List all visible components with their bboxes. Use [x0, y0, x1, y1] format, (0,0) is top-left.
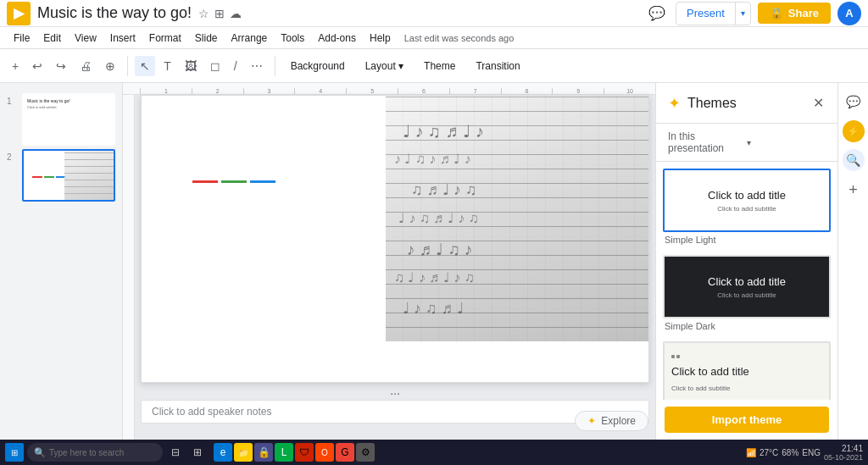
- taskbar-date: 05-10-2021: [824, 453, 863, 462]
- taskbar-google-icon[interactable]: G: [336, 443, 354, 462]
- taskbar-lock-icon[interactable]: 🔒: [254, 443, 273, 462]
- main-area: 1 Music is the way to go! Click to add s…: [0, 83, 868, 440]
- slide-canvas[interactable]: ♩ ♪ ♫ ♬ ♩ ♪ ♪ ♩ ♫ ♪ ♬ ♩ ♪ ♫ ♬ ♩ ♪ ♫ ♩ ♪ …: [141, 95, 649, 383]
- themes-close-btn[interactable]: ✕: [811, 93, 826, 113]
- toolbar-cursor-btn[interactable]: ↖: [135, 56, 155, 76]
- toolbar-zoom-btn[interactable]: ⊕: [100, 56, 120, 76]
- present-main[interactable]: Present: [676, 2, 735, 25]
- menu-bar: File Edit View Insert Format Slide Arran…: [0, 27, 868, 49]
- color-bar-red: [192, 180, 218, 183]
- toolbar-image-btn[interactable]: 🖼: [180, 56, 202, 76]
- menu-edit[interactable]: Edit: [36, 29, 68, 47]
- slide-thumb-2[interactable]: 2: [7, 149, 115, 202]
- toolbar-undo-btn[interactable]: ↩: [27, 56, 47, 76]
- taskbar-antivirus-icon[interactable]: 🛡: [295, 443, 314, 462]
- present-arrow[interactable]: ▾: [735, 2, 750, 25]
- toolbar-layout-btn[interactable]: Layout ▾: [357, 57, 412, 75]
- toolbar-add-btn[interactable]: +: [7, 56, 24, 76]
- sidebar-add-btn[interactable]: +: [842, 178, 865, 202]
- toolbar-background-btn[interactable]: Background: [282, 57, 353, 75]
- taskbar-search-box: 🔍: [27, 443, 163, 462]
- slide-editor: 1 2 3 4 5 6 7 8 9 10: [123, 83, 655, 440]
- color-bar-green: [221, 180, 247, 183]
- taskbar-edge-icon[interactable]: e: [214, 443, 232, 462]
- toolbar-transition-btn[interactable]: Transition: [467, 57, 528, 75]
- speaker-notes[interactable]: Click to add speaker notes: [141, 400, 649, 423]
- explore-button[interactable]: ✦ Explore: [575, 411, 648, 431]
- import-theme-button[interactable]: Import theme: [665, 407, 829, 433]
- menu-tools[interactable]: Tools: [274, 29, 311, 47]
- theme-label-simple-light: Simple Light: [663, 235, 831, 245]
- title-bar: ▶ Music is the way to go! ☆ ⊞ ☁ 💬 Presen…: [0, 0, 868, 27]
- toolbar-sep-2: [275, 56, 275, 76]
- avatar[interactable]: A: [837, 2, 861, 25]
- taskbar-clock[interactable]: 21:41 05-10-2021: [824, 444, 863, 462]
- menu-insert[interactable]: Insert: [103, 29, 142, 47]
- themes-panel: ✦ Themes ✕ In this presentation ▾ Click …: [655, 83, 837, 440]
- toolbar-line-btn[interactable]: /: [229, 56, 242, 76]
- toolbar-text-btn[interactable]: T: [159, 56, 176, 76]
- menu-arrange[interactable]: Arrange: [225, 29, 275, 47]
- slide-thumb-1[interactable]: 1 Music is the way to go! Click to add s…: [7, 93, 115, 146]
- taskbar: ⊞ 🔍 ⊟ ⊞ e 📁 🔒 L 🛡 O G ⚙ 📶 27°C 68% ENG 2…: [0, 440, 868, 465]
- thumb-subtitle-1: Click to add subtitle: [27, 105, 110, 109]
- sidebar-ai-btn[interactable]: ⚡: [843, 120, 865, 142]
- toolbar-print-btn[interactable]: 🖨: [75, 56, 97, 76]
- taskbar-grid[interactable]: ⊞: [188, 443, 207, 462]
- theme-simple-light[interactable]: Click to add title Click to add subtitle…: [663, 169, 831, 245]
- toolbar-more-btn[interactable]: ⋯: [246, 56, 268, 76]
- thumb-box-2[interactable]: [22, 149, 115, 202]
- theme-preview-streamline[interactable]: Click to add title Click to add subtitle: [663, 341, 831, 400]
- right-sidebar: 💬 ⚡ 🔍 +: [837, 83, 868, 440]
- toolbar-sep-1: [127, 56, 128, 76]
- toolbar: + ↩ ↪ 🖨 ⊕ ↖ T 🖼 ◻ / ⋯ Background Layout …: [0, 49, 868, 83]
- slide-panel: 1 Music is the way to go! Click to add s…: [0, 83, 123, 440]
- menu-addons[interactable]: Add-ons: [311, 29, 363, 47]
- menu-view[interactable]: View: [68, 29, 103, 47]
- sidebar-explore-btn[interactable]: 🔍: [843, 149, 865, 171]
- toolbar-shapes-btn[interactable]: ◻: [205, 56, 225, 76]
- cloud-icon[interactable]: ☁: [230, 7, 242, 20]
- theme-simple-dark[interactable]: Click to add title Click to add subtitle…: [663, 255, 831, 331]
- taskbar-settings-icon[interactable]: ⚙: [356, 443, 375, 462]
- sidebar-comments-btn[interactable]: 💬: [842, 90, 865, 113]
- theme-preview-simple-light[interactable]: Click to add title Click to add subtitle: [663, 169, 831, 232]
- explore-label: Explore: [601, 415, 636, 427]
- slide-num-1: 1: [7, 93, 17, 106]
- move-icon[interactable]: ⊞: [214, 7, 225, 20]
- star-icon[interactable]: ☆: [198, 7, 209, 20]
- theme-streamline[interactable]: Click to add title Click to add subtitle…: [663, 341, 831, 400]
- taskbar-start[interactable]: ⊞: [5, 443, 24, 462]
- themes-filter-arrow: ▾: [747, 138, 826, 147]
- taskbar-file-icon[interactable]: 📁: [234, 443, 253, 462]
- taskbar-lang: ENG: [802, 448, 821, 457]
- menu-format[interactable]: Format: [142, 29, 188, 47]
- themes-magic-icon: ✦: [668, 94, 681, 113]
- taskbar-office-icon[interactable]: O: [315, 443, 334, 462]
- taskbar-letter-l[interactable]: L: [275, 443, 293, 462]
- canvas-handle[interactable]: ···: [390, 386, 400, 400]
- taskbar-temp: 27°C: [760, 448, 778, 457]
- ruler-horizontal: 1 2 3 4 5 6 7 8 9 10: [123, 83, 655, 95]
- menu-help[interactable]: Help: [363, 29, 398, 47]
- slide-num-2: 2: [7, 149, 17, 162]
- taskbar-widgets[interactable]: ⊟: [166, 443, 185, 462]
- taskbar-search-input[interactable]: [49, 448, 156, 457]
- theme-light-title: Click to add title: [708, 189, 786, 202]
- menu-slide[interactable]: Slide: [188, 29, 225, 47]
- toolbar-redo-btn[interactable]: ↪: [51, 56, 71, 76]
- toolbar-theme-btn[interactable]: Theme: [415, 57, 464, 75]
- theme-preview-simple-dark[interactable]: Click to add title Click to add subtitle: [663, 255, 831, 318]
- menu-file[interactable]: File: [7, 29, 36, 47]
- document-title[interactable]: Music is the way to go!: [37, 4, 192, 22]
- themes-filter[interactable]: In this presentation ▾: [656, 124, 837, 162]
- themes-filter-label: In this presentation: [668, 130, 747, 154]
- themes-header: ✦ Themes ✕: [656, 83, 837, 124]
- chat-button[interactable]: 💬: [645, 2, 669, 25]
- thumb-box-1[interactable]: Music is the way to go! Click to add sub…: [22, 93, 115, 146]
- taskbar-tray: 📶 27°C 68% ENG 21:41 05-10-2021: [746, 444, 863, 462]
- taskbar-wifi[interactable]: 📶: [746, 448, 756, 457]
- themes-title: Themes: [687, 96, 804, 111]
- share-button[interactable]: 🔒 Share: [758, 3, 831, 24]
- explore-star-icon: ✦: [587, 415, 596, 427]
